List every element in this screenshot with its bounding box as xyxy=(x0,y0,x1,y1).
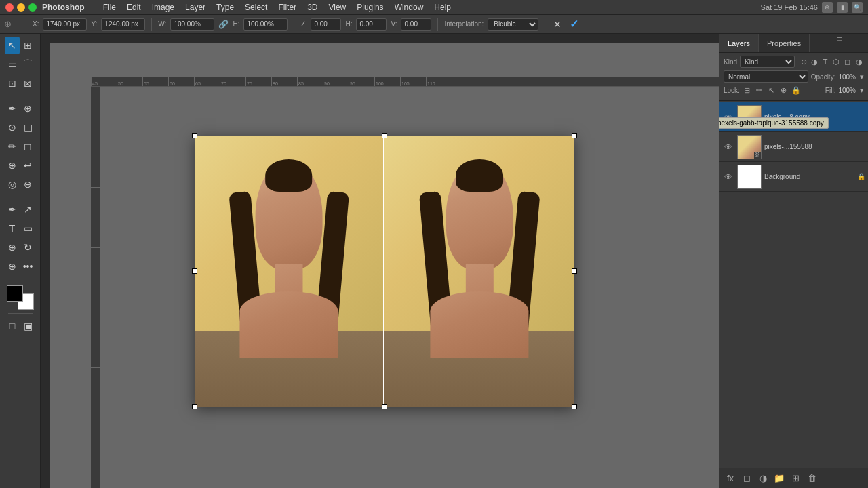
lock-all[interactable]: 🔒 xyxy=(791,85,801,95)
layer-mask-button[interactable]: ◻ xyxy=(740,472,753,485)
lasso-tool[interactable]: ⌒ xyxy=(20,56,35,73)
lock-image-pixels[interactable]: ✏ xyxy=(755,85,764,95)
type-tool[interactable]: T xyxy=(5,220,20,237)
layer-group-button[interactable]: 📁 xyxy=(772,472,786,485)
menu-view[interactable]: View xyxy=(323,1,351,14)
window-controls[interactable] xyxy=(5,3,37,12)
selection-handle-bl[interactable] xyxy=(192,404,197,409)
layers-tabs: Layers Properties ≡ xyxy=(719,34,868,53)
hand-tool[interactable]: ⊕ xyxy=(5,239,20,256)
eyedropper-tool[interactable]: ✒ xyxy=(5,100,20,117)
maximize-button[interactable] xyxy=(28,3,37,12)
pen-tool[interactable]: ✒ xyxy=(5,201,20,218)
link-wh-icon[interactable]: 🔗 xyxy=(218,20,229,29)
foreground-color-swatch[interactable] xyxy=(7,285,23,302)
opacity-chevron[interactable]: ▾ xyxy=(860,73,864,81)
filter-smart-icon[interactable]: ◻ xyxy=(842,57,852,66)
color-sampler-tool[interactable]: ⊕ xyxy=(20,100,35,117)
lock-artboard[interactable]: ⊕ xyxy=(779,85,789,95)
eraser-tool[interactable]: ◻ xyxy=(20,138,35,155)
hair-top-r xyxy=(456,159,502,192)
screen-mode[interactable]: ▣ xyxy=(20,317,35,335)
menu-window[interactable]: Window xyxy=(390,1,429,14)
layer-item-0[interactable]: 👁 pixels-...8 copy pexels-gabb-tapique-3… xyxy=(719,102,868,132)
delete-layer-button[interactable]: 🗑 xyxy=(805,472,818,485)
confirm-transform-button[interactable]: ✓ xyxy=(568,18,580,30)
layer-adjustment-button[interactable]: ◑ xyxy=(756,472,770,485)
x-input[interactable] xyxy=(43,18,87,30)
layers-panel-close[interactable]: ≡ xyxy=(837,34,842,52)
menu-filter[interactable]: Filter xyxy=(273,1,301,14)
dodge-tool[interactable]: ⊖ xyxy=(20,176,35,193)
shape-tool[interactable]: ▭ xyxy=(20,220,35,237)
extra-tools[interactable]: ••• xyxy=(20,258,35,275)
fill-chevron[interactable]: ▾ xyxy=(860,86,864,95)
selection-handle-br[interactable] xyxy=(572,404,577,409)
menu-help[interactable]: Help xyxy=(429,1,456,14)
lock-transparent-pixels[interactable]: ⊟ xyxy=(743,85,752,95)
rotate-view-tool[interactable]: ↻ xyxy=(20,239,35,256)
lock-position[interactable]: ↖ xyxy=(767,85,776,95)
angle-input[interactable] xyxy=(311,18,341,30)
layer-info-0: pixels-...8 copy xyxy=(764,113,865,121)
selection-handle-tl[interactable] xyxy=(192,133,197,138)
tab-layers[interactable]: Layers xyxy=(719,34,759,52)
hskew-input[interactable] xyxy=(356,18,387,30)
ruler-tick: 90 xyxy=(323,77,349,86)
interpolation-select[interactable]: Bicubic xyxy=(488,18,538,30)
artboard-tool[interactable]: ⊞ xyxy=(20,37,35,54)
brush-tool[interactable]: ✏ xyxy=(5,138,20,155)
quick-mask-mode[interactable]: □ xyxy=(5,317,20,335)
minimize-button[interactable] xyxy=(17,3,25,12)
selection-handle-ml[interactable] xyxy=(192,268,197,274)
menu-plugins[interactable]: Plugins xyxy=(352,1,388,14)
zoom-tool[interactable]: ⊕ xyxy=(5,258,20,275)
menu-layer[interactable]: Layer xyxy=(180,1,210,14)
layer-item-1[interactable]: 👁 ⛓ pixels-...155588 xyxy=(719,132,868,162)
h-input[interactable] xyxy=(243,18,288,30)
y-input[interactable] xyxy=(101,18,145,30)
filter-type-icon[interactable]: T xyxy=(821,57,830,66)
blend-mode-select[interactable]: Normal xyxy=(724,70,808,83)
search-icon[interactable]: 🔍 xyxy=(852,2,863,13)
tool-group-heal: ⊙ ◫ xyxy=(5,119,35,136)
menu-type[interactable]: Type xyxy=(212,1,239,14)
rectangular-marquee-tool[interactable]: ▭ xyxy=(5,56,20,73)
menu-file[interactable]: File xyxy=(98,1,121,14)
patch-tool[interactable]: ◫ xyxy=(20,119,35,136)
kind-select[interactable]: Kind xyxy=(740,56,795,68)
filter-pixel-icon[interactable]: ⊕ xyxy=(799,57,808,66)
w-input[interactable] xyxy=(170,18,214,30)
crop-tool[interactable]: ⊡ xyxy=(5,75,20,92)
selection-handle-bc[interactable] xyxy=(382,404,387,409)
vskew-input[interactable] xyxy=(401,18,431,30)
selection-handle-tc[interactable] xyxy=(382,133,387,138)
filter-adj-icon[interactable]: ◑ xyxy=(810,57,819,66)
selection-handle-mr[interactable] xyxy=(572,268,577,274)
layer-eye-1[interactable]: 👁 xyxy=(722,141,734,153)
tab-properties[interactable]: Properties xyxy=(759,34,810,52)
layer-eye-0[interactable]: 👁 xyxy=(722,111,734,123)
move-tool[interactable]: ↖ xyxy=(5,37,20,54)
new-layer-button[interactable]: ⊞ xyxy=(789,472,802,485)
blur-tool[interactable]: ◎ xyxy=(5,176,20,193)
spot-healing-tool[interactable]: ⊙ xyxy=(5,119,20,136)
path-select-tool[interactable]: ↗ xyxy=(20,201,35,218)
perspective-crop-tool[interactable]: ⊠ xyxy=(20,75,35,92)
layer-fx-button[interactable]: fx xyxy=(724,472,737,485)
menu-image[interactable]: Image xyxy=(147,1,179,14)
clone-stamp-tool[interactable]: ⊕ xyxy=(5,157,20,174)
cancel-transform-button[interactable]: ✕ xyxy=(551,19,564,30)
menu-select[interactable]: Select xyxy=(240,1,272,14)
filter-toggle-icon[interactable]: ◑ xyxy=(854,57,864,66)
close-button[interactable] xyxy=(5,3,14,12)
menu-edit[interactable]: Edit xyxy=(122,1,146,14)
selection-handle-tr[interactable] xyxy=(572,133,577,138)
color-swatches[interactable] xyxy=(7,285,34,310)
layer-thumb-2 xyxy=(737,165,762,189)
layer-eye-2[interactable]: 👁 xyxy=(722,171,734,183)
layer-item-2[interactable]: 👁 Background 🔒 xyxy=(719,162,868,192)
menu-3d[interactable]: 3D xyxy=(302,1,322,14)
filter-shape-icon[interactable]: ⬡ xyxy=(831,57,841,66)
history-brush-tool[interactable]: ↩ xyxy=(20,157,35,174)
